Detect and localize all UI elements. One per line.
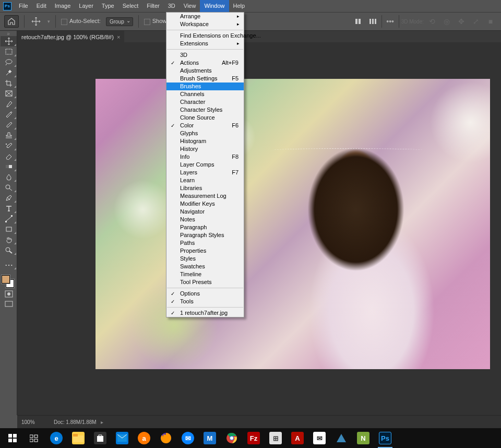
menu-item-paragraph[interactable]: Paragraph [166,223,244,231]
toolbar-grip[interactable]: » [0,31,17,36]
tool-eyedrop[interactable] [1,99,17,109]
document-tab[interactable]: retouch7after.jpg @ 100% (RGB/8#) × [17,31,124,42]
tool-brush[interactable] [1,120,17,130]
tool-crop[interactable] [1,78,17,88]
screen-mode-icon[interactable] [1,299,17,310]
menu-item-channels[interactable]: Channels [166,90,244,98]
taskbar-tasks[interactable] [24,428,45,448]
tool-type[interactable] [1,203,17,214]
taskbar-start[interactable] [2,428,23,448]
menu-item-info[interactable]: InfoF8 [166,153,244,161]
menu-item-properties[interactable]: Properties [166,247,244,255]
tool-shape[interactable] [1,224,17,234]
tool-wand[interactable] [1,67,17,78]
menu-edit[interactable]: Edit [32,0,51,12]
tool-patch[interactable] [1,109,17,120]
menu-item-workspace[interactable]: Workspace [166,20,244,28]
tool-eraser[interactable] [1,151,17,161]
menu-item-libraries[interactable]: Libraries [166,184,244,192]
edit-toolbar[interactable]: ⋯ [1,260,17,270]
menu-item-3d[interactable]: 3D [166,51,244,59]
taskbar-chrome[interactable] [221,428,242,448]
taskbar-outlook[interactable]: ✉ [309,428,330,448]
menu-item-actions[interactable]: ✓ActionsAlt+F9 [166,59,244,67]
tool-blur[interactable] [1,172,17,182]
taskbar-acrobat[interactable]: A [287,428,308,448]
menu-item-character[interactable]: Character [166,98,244,106]
menu-item-paragraph-styles[interactable]: Paragraph Styles [166,231,244,239]
menu-image[interactable]: Image [51,0,75,12]
menu-item-layers[interactable]: LayersF7 [166,169,244,176]
taskbar-firefox[interactable] [156,428,176,448]
taskbar-filezilla[interactable]: Fz [243,428,264,448]
tool-lasso[interactable] [1,57,17,67]
distribute-icon[interactable] [367,15,379,28]
tool-marquee[interactable] [1,46,17,57]
taskbar-store[interactable] [90,428,111,448]
menu-item-learn[interactable]: Learn [166,176,244,184]
menu-3d[interactable]: 3D [164,0,180,12]
taskbar-photoshop[interactable]: Ps [375,428,396,448]
menu-item-tools[interactable]: ✓Tools [166,298,244,305]
taskbar-mail[interactable] [112,428,133,448]
taskbar-malwarebytes[interactable]: M [199,428,220,448]
menu-item-find-extensions-on-exchange-[interactable]: Find Extensions on Exchange... [166,32,244,40]
menu-item-modifier-keys[interactable]: Modifier Keys [166,200,244,208]
tool-gradient[interactable] [1,161,17,172]
menu-item-tool-presets[interactable]: Tool Presets [166,278,244,286]
menu-filter[interactable]: Filter [142,0,163,12]
menu-item-styles[interactable]: Styles [166,255,244,263]
menu-item-history[interactable]: History [166,145,244,153]
menu-layer[interactable]: Layer [75,0,98,12]
color-swatches[interactable] [0,274,16,289]
foreground-swatch[interactable] [2,275,10,284]
tool-dodge[interactable] [1,182,17,193]
menu-item-notes[interactable]: Notes [166,216,244,223]
taskbar-thunderbird[interactable]: ✉ [177,428,198,448]
menu-item-brush-settings[interactable]: Brush SettingsF5 [166,75,244,82]
menu-item-timeline[interactable]: Timeline [166,270,244,278]
close-icon[interactable]: × [117,34,120,40]
tool-move[interactable] [1,36,17,46]
tool-frame[interactable] [1,88,17,99]
taskbar-avast[interactable]: a [134,428,154,448]
menu-item-layer-comps[interactable]: Layer Comps [166,161,244,169]
tool-stamp[interactable] [1,130,17,140]
taskbar-apps[interactable]: ⊞ [265,428,286,448]
menu-item-color[interactable]: ✓ColorF6 [166,122,244,129]
home-button[interactable] [4,15,19,28]
tool-pen[interactable] [1,193,17,203]
tool-history-brush[interactable] [1,140,17,151]
menu-item-options[interactable]: ✓Options [166,290,244,298]
taskbar-onenote[interactable]: N [353,428,374,448]
menu-help[interactable]: Help [229,0,249,12]
menu-item-paths[interactable]: Paths [166,239,244,247]
tool-hand[interactable] [1,234,17,245]
menu-item-character-styles[interactable]: Character Styles [166,106,244,114]
menu-item-navigator[interactable]: Navigator [166,208,244,216]
status-menu-icon[interactable]: ▸ [101,419,103,425]
canvas[interactable] [96,79,490,369]
tool-zoom[interactable] [1,245,17,255]
menu-type[interactable]: Type [98,0,118,12]
taskbar-explorer[interactable] [68,428,89,448]
menu-item-brushes[interactable]: Brushes [166,82,244,90]
more-icon[interactable]: ••• [384,15,397,28]
taskbar-edge[interactable]: e [46,428,67,448]
menu-item-glyphs[interactable]: Glyphs [166,129,244,137]
menu-select[interactable]: Select [118,0,143,12]
menu-item-histogram[interactable]: Histogram [166,137,244,145]
zoom-level[interactable]: 100% [21,419,44,425]
menu-item-extensions[interactable]: Extensions [166,40,244,48]
align-icon[interactable] [352,15,365,28]
auto-select-checkbox[interactable]: Auto-Select: [61,18,101,25]
menu-window[interactable]: Window [200,0,229,12]
menu-item-arrange[interactable]: Arrange [166,13,244,20]
quick-mask-icon[interactable] [1,289,17,299]
taskbar-zotero[interactable] [331,428,352,448]
menu-file[interactable]: File [15,0,32,12]
menu-item-clone-source[interactable]: Clone Source [166,114,244,122]
menu-item-1-retouch7after-jpg[interactable]: ✓1 retouch7after.jpg [166,309,244,317]
auto-select-dropdown[interactable]: Group [106,17,133,26]
tool-path[interactable] [1,214,17,224]
